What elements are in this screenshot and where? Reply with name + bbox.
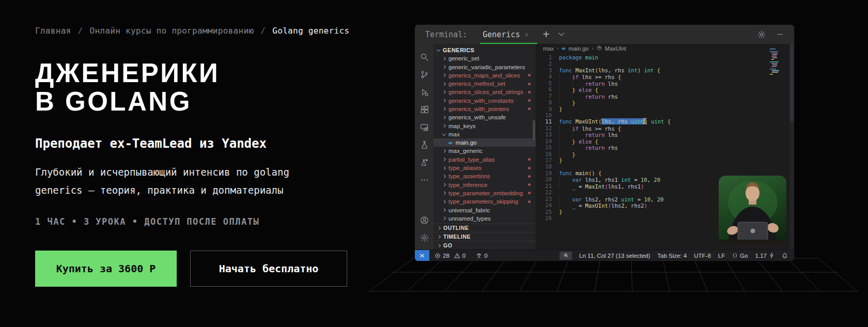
new-terminal-icon[interactable]: + (543, 29, 550, 40)
chevron-right-icon (437, 226, 441, 229)
minimize-icon[interactable] (776, 30, 784, 38)
tree-item-label: max_generic (448, 148, 483, 154)
tree-item-main.go[interactable]: ∞main.go (433, 138, 536, 147)
tree-item-label: type_parameter_embedding (448, 190, 523, 196)
tree-item-universal_fabric[interactable]: universal_fabric (433, 206, 536, 214)
zoom-indicator[interactable] (560, 252, 572, 260)
tools-icon[interactable] (415, 153, 433, 171)
breadcrumb-courses-link[interactable]: Онлайн курсы по программированию (89, 26, 254, 36)
text-cursor-icon (643, 117, 647, 127)
tree-item-max_generic[interactable]: max_generic (433, 147, 536, 155)
tree-item-type_aliases[interactable]: type_aliases (433, 164, 536, 172)
tree-item-type_inference[interactable]: type_inference (433, 181, 536, 189)
tree-item-type_parameters_skipping[interactable]: type_parameters_skipping (433, 197, 536, 206)
code-line-7: 7return rhs (536, 93, 794, 99)
breadcrumb-separator: › (592, 45, 593, 51)
modified-dot-icon (528, 74, 531, 76)
symbol-method-icon (597, 45, 602, 52)
course-hero: Главная / Онлайн курсы по программирован… (35, 26, 376, 287)
tree-item-generics_with_pointers[interactable]: generics_with_pointers (433, 105, 536, 113)
tree-item-generic_set[interactable]: generic_set (433, 54, 536, 63)
line-number: 17 (536, 157, 552, 163)
modified-dot-icon (528, 175, 531, 178)
sidebar-section-outline[interactable]: OUTLINE (433, 223, 536, 232)
testing-icon[interactable] (415, 136, 433, 153)
explorer-sidebar: GENERICS generic_setgeneric_variadic_par… (433, 44, 536, 250)
buy-button[interactable]: Купить за 3600 Р (35, 251, 177, 287)
remote-explorer-icon[interactable] (415, 118, 433, 136)
tree-item-partial_type_alias[interactable]: partial_type_alias (433, 155, 536, 164)
code-line-17: 17} (536, 157, 794, 163)
language-indicator[interactable]: Go (732, 253, 748, 259)
encoding-indicator[interactable]: UTF-8 (694, 253, 711, 259)
tree-item-label: partial_type_alias (448, 157, 495, 163)
code-line-18: 18 (536, 163, 794, 169)
tree-item-unnamed_types[interactable]: unnamed_types (433, 214, 536, 223)
tree-item-type_assertions[interactable]: type_assertions (433, 172, 536, 180)
account-icon[interactable] (415, 211, 433, 229)
breadcrumb-separator: › (557, 45, 559, 51)
line-number: 6 (536, 86, 552, 92)
line-number: 24 (536, 202, 552, 208)
tree-item-label: universal_fabric (448, 207, 490, 213)
cursor-position[interactable]: Ln 11, Col 27 (13 selected) (579, 253, 650, 259)
terminal-tab-generics[interactable]: Generics × (482, 25, 529, 44)
notifications-bell[interactable] (782, 253, 788, 259)
remote-indicator[interactable] (415, 250, 429, 261)
tree-item-type_parameter_embedding[interactable]: type_parameter_embedding (433, 189, 536, 197)
plug-icon (769, 253, 774, 258)
editor-breadcrumb-item[interactable]: MaxUInt (605, 45, 626, 52)
minimap[interactable] (770, 48, 783, 75)
sidebar-section-go[interactable]: GO (433, 241, 536, 250)
source-control-icon[interactable] (415, 66, 433, 83)
editor-scrollbar[interactable] (789, 44, 794, 250)
sidebar-section-timeline[interactable]: TIMELINE (433, 232, 536, 241)
tree-item-generics_method_set[interactable]: generics_method_set (433, 80, 536, 88)
modified-dot-icon (528, 158, 531, 161)
line-number: 2 (536, 60, 552, 67)
editor-breadcrumb-item[interactable]: max (543, 45, 554, 52)
tree-item-generics_with_constants[interactable]: generics_with_constants (433, 97, 536, 105)
eol-indicator[interactable]: LF (718, 253, 725, 259)
settings-gear-icon[interactable] (757, 30, 766, 39)
tree-item-max[interactable]: max (433, 130, 536, 138)
tree-item-label: generics_slices_and_strings (448, 89, 523, 95)
tree-item-generics_with_unsafe[interactable]: generics_with_unsafe (433, 113, 536, 121)
tree-item-label: generics_method_set (448, 81, 505, 87)
tree-item-generic_variadic_parameters[interactable]: generic_variadic_parameters (433, 63, 536, 71)
editor-breadcrumb-item[interactable]: main.go (568, 45, 588, 52)
ports-indicator[interactable]: 0 (476, 253, 487, 259)
perspective-floor-grid (368, 255, 859, 294)
editor-breadcrumb[interactable]: max›∞main.go›MaxUInt (536, 44, 794, 53)
chevron-down-icon (437, 48, 440, 52)
modified-dot-icon (528, 183, 531, 186)
tab-size-indicator[interactable]: Tab Size: 4 (657, 253, 687, 259)
line-number: 13 (536, 131, 552, 137)
go-version-indicator[interactable]: 1.17 (755, 253, 774, 259)
more-icon[interactable] (415, 171, 433, 189)
code-line-6: 6} else { (536, 86, 794, 92)
code-line-12: 12if lhs >= rhs { (536, 125, 794, 131)
line-number: 11 (536, 118, 552, 124)
line-number: 10 (536, 112, 552, 118)
chevron-down-icon[interactable] (557, 30, 565, 38)
settings-gear-icon[interactable] (415, 229, 433, 246)
start-free-button[interactable]: Начать бесплатно (190, 251, 347, 287)
problems-indicator[interactable]: 28 0 (435, 253, 466, 259)
chevron-right-icon (442, 216, 446, 220)
tree-item-generics_maps_and_slices[interactable]: generics_maps_and_slices (433, 71, 536, 80)
explorer-section-header[interactable]: GENERICS (433, 45, 536, 54)
sidebar-scrollbar[interactable] (533, 120, 535, 140)
breadcrumb-separator: / (78, 26, 83, 36)
tab-close-icon[interactable]: × (525, 31, 529, 38)
run-and-debug-icon[interactable] (415, 83, 433, 101)
extensions-icon[interactable] (415, 101, 433, 118)
code-line-11: 11func MaxUInt(lhs, rhs uint) uint { (536, 118, 794, 124)
tree-item-label: generics_with_unsafe (448, 114, 506, 120)
chevron-right-icon (442, 73, 446, 77)
chevron-down-icon (442, 132, 446, 136)
tree-item-map_keys[interactable]: map_keys (433, 121, 536, 130)
tree-item-generics_slices_and_strings[interactable]: generics_slices_and_strings (433, 88, 536, 96)
breadcrumb-home-link[interactable]: Главная (35, 26, 71, 36)
search-icon[interactable] (415, 48, 433, 66)
